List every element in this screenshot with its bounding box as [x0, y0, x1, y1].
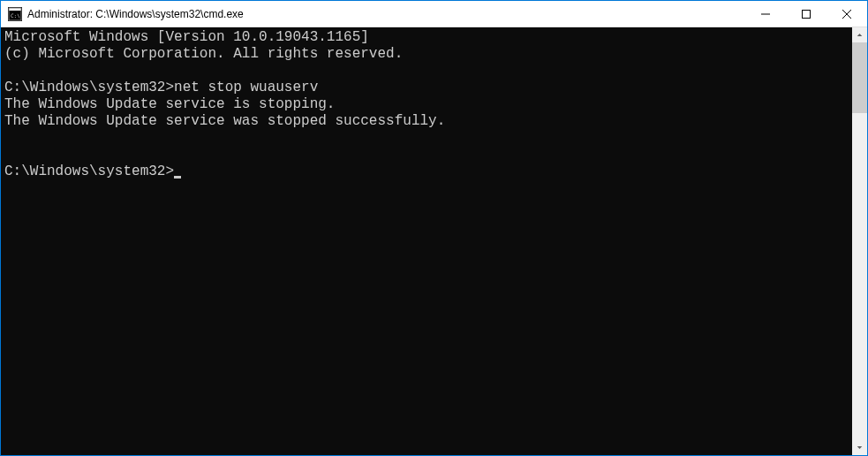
svg-text:C:\: C:\	[11, 12, 20, 19]
chevron-up-icon	[857, 32, 863, 38]
titlebar[interactable]: C:\ Administrator: C:\Windows\system32\c…	[1, 1, 867, 27]
cmd-icon: C:\	[8, 7, 22, 21]
terminal-line: The Windows Update service was stopped s…	[4, 113, 852, 130]
scrollbar-track[interactable]	[852, 42, 867, 440]
terminal-output[interactable]: Microsoft Windows [Version 10.0.19043.11…	[1, 27, 852, 455]
client-area: Microsoft Windows [Version 10.0.19043.11…	[1, 27, 867, 455]
prompt-text: C:\Windows\system32>	[4, 163, 174, 179]
maximize-button[interactable]	[786, 1, 826, 27]
terminal-line	[4, 63, 852, 80]
scroll-up-button[interactable]	[852, 27, 867, 42]
minimize-button[interactable]	[745, 1, 786, 27]
minimize-icon	[761, 10, 770, 19]
window-title: Administrator: C:\Windows\system32\cmd.e…	[27, 8, 745, 20]
terminal-line: (c) Microsoft Corporation. All rights re…	[4, 46, 852, 63]
terminal-line: The Windows Update service is stopping.	[4, 96, 852, 113]
close-button[interactable]	[826, 1, 867, 27]
svg-rect-5	[803, 10, 811, 18]
svg-rect-4	[761, 13, 770, 14]
maximize-icon	[802, 10, 811, 19]
terminal-cursor	[174, 176, 181, 179]
terminal-line: Microsoft Windows [Version 10.0.19043.11…	[4, 29, 852, 46]
scrollbar-thumb[interactable]	[852, 42, 867, 113]
cmd-window: C:\ Administrator: C:\Windows\system32\c…	[1, 1, 867, 455]
vertical-scrollbar[interactable]	[852, 27, 867, 455]
terminal-line: C:\Windows\system32>net stop wuauserv	[4, 80, 852, 96]
chevron-down-icon	[857, 445, 863, 451]
terminal-line	[4, 130, 852, 147]
window-controls	[745, 1, 867, 27]
terminal-prompt-line[interactable]: C:\Windows\system32>	[4, 163, 852, 180]
scroll-down-button[interactable]	[852, 440, 867, 455]
close-icon	[842, 10, 851, 19]
terminal-line	[4, 147, 852, 163]
